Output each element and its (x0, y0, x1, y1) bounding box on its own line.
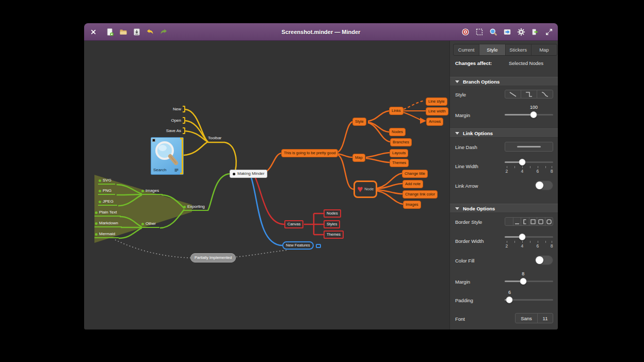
themes-o-node[interactable]: Themes (390, 159, 409, 167)
branches-node[interactable]: Branches (390, 138, 412, 146)
node-margin-slider[interactable]: 8 (505, 278, 553, 285)
slider-thumb[interactable] (519, 159, 525, 166)
focus-target-icon[interactable] (461, 27, 470, 36)
image-resize-handle[interactable] (152, 139, 155, 142)
tab-current[interactable]: Current (454, 44, 479, 55)
save-icon[interactable] (132, 27, 141, 36)
linestyle-node[interactable]: Line style (426, 97, 447, 106)
line-dash-button[interactable] (505, 142, 553, 152)
pretty-node[interactable]: This is going to be pretty good (281, 149, 338, 157)
changetitle-node[interactable]: Change title (402, 170, 428, 178)
font-size-spinner[interactable]: 11 (537, 313, 553, 323)
fullscreen-icon[interactable] (544, 27, 553, 36)
arrows-node[interactable]: Arrows (426, 118, 443, 126)
toggle-knob (536, 182, 543, 189)
node-label: Nodes (327, 211, 338, 216)
linewidth-node[interactable]: Line width (426, 107, 448, 116)
heart-node[interactable]: ♥Node (353, 180, 377, 198)
border-none-button[interactable] (505, 217, 513, 226)
markdown-node[interactable]: Markdown (94, 221, 122, 227)
svg-node[interactable]: SVG (98, 178, 115, 185)
addnote-node[interactable]: Add note (403, 180, 423, 188)
png-node[interactable]: PNG (98, 189, 115, 195)
plaintext-node[interactable]: Plain Text (94, 210, 121, 217)
jpeg-node[interactable]: JPEG (98, 200, 117, 206)
slider-thumb[interactable] (506, 297, 513, 303)
color-fill-toggle[interactable] (535, 255, 553, 265)
new-document-icon[interactable] (105, 27, 114, 36)
border-square-alt-button[interactable] (537, 217, 545, 226)
close-icon[interactable] (89, 27, 98, 36)
links-node[interactable]: Links (389, 107, 404, 115)
line-width-slider[interactable]: 2 4 6 8 (505, 159, 553, 174)
collapse-triangle-icon (455, 207, 459, 210)
border-square-button[interactable] (529, 217, 538, 226)
export-door-icon[interactable] (530, 27, 539, 36)
border-underline-button[interactable] (513, 217, 522, 226)
node-label: Add note (405, 182, 421, 186)
images-r-node[interactable]: Images (403, 201, 421, 209)
undo-icon[interactable] (146, 27, 154, 36)
tab-stickers[interactable]: Stickers (505, 44, 531, 55)
font-label: Font (455, 316, 465, 322)
branch-margin-slider[interactable]: 100 (505, 111, 553, 118)
changes-affect-value[interactable]: Selected Nodes (509, 60, 543, 66)
saveas-node[interactable]: Save As (166, 127, 185, 134)
zoom-fit-icon[interactable] (475, 27, 484, 36)
tab-map[interactable]: Map (531, 44, 557, 55)
straight-branch-button[interactable] (505, 90, 521, 98)
node-margin-label: Margin (455, 279, 470, 285)
slider-thumb[interactable] (520, 278, 526, 285)
node-label: Markdown (99, 221, 118, 225)
font-family-button[interactable]: Sans (515, 313, 538, 323)
curved-branch-button[interactable] (537, 90, 553, 98)
heart-image: ♥ (357, 186, 363, 193)
link-arrow-toggle[interactable] (535, 180, 553, 190)
squared-branch-button[interactable] (521, 90, 537, 98)
new-features-sticker-icon[interactable] (316, 244, 321, 248)
node-label: This is going to be pretty good (284, 151, 335, 155)
settings-gear-icon[interactable] (517, 27, 525, 36)
other-node[interactable]: Other (141, 222, 159, 228)
layouts-node[interactable]: Layouts (390, 149, 408, 157)
open-folder-icon[interactable] (119, 27, 127, 36)
images-l-node[interactable]: Images (141, 189, 163, 195)
node-label: Styles (327, 222, 337, 226)
redo-icon[interactable] (159, 27, 168, 36)
open-node[interactable]: Open (171, 117, 185, 124)
slider-thumb[interactable] (530, 111, 537, 118)
search-node[interactable]: Search (151, 137, 184, 175)
partially-node[interactable]: Partially Implemented (190, 253, 236, 262)
task-dot (95, 222, 98, 225)
toolbar-node[interactable]: Toolbar (208, 136, 221, 140)
map-node[interactable]: Map (352, 154, 365, 162)
nodes-o-node[interactable]: Nodes (389, 128, 406, 136)
changelinkcolor-node[interactable]: Change link color (403, 190, 438, 199)
export-share-icon[interactable] (503, 27, 511, 36)
border-rounded-button[interactable] (545, 217, 554, 226)
node-options-header[interactable]: Node Options (450, 204, 558, 213)
tab-style[interactable]: Style (479, 44, 505, 55)
branch-options-header[interactable]: Branch Options (450, 77, 558, 86)
newfeatures-node[interactable]: New Features (282, 241, 314, 250)
canvasnode-node[interactable]: Canvas (284, 220, 303, 228)
tick-label: 2 (505, 243, 508, 249)
themes-r-node[interactable]: Themes (324, 231, 344, 239)
border-bracket-button[interactable] (521, 217, 529, 226)
root-node[interactable]: Making Minder (230, 170, 267, 178)
new-node[interactable]: New (173, 106, 185, 112)
style-node[interactable]: Style (352, 118, 366, 126)
search-icon[interactable] (489, 27, 497, 36)
styles-r-node[interactable]: Styles (324, 220, 340, 228)
link-options-header[interactable]: Link Options (450, 128, 558, 138)
line-width-label: Line Width (455, 163, 478, 169)
node-label: Layouts (392, 151, 406, 155)
nodes-r-node[interactable]: Nodes (324, 209, 341, 218)
tick-label: 6 (537, 169, 539, 174)
border-width-slider[interactable]: 2 4 6 8 (505, 234, 553, 249)
mermaid-node[interactable]: Mermaid (94, 232, 119, 238)
exporting-node[interactable]: Exporting (183, 205, 208, 211)
mindmap-canvas[interactable]: NewOpenSave AsSearchToolbarMaking Minder… (84, 41, 449, 330)
slider-thumb[interactable] (519, 234, 525, 240)
padding-slider[interactable]: 6 (505, 297, 553, 303)
